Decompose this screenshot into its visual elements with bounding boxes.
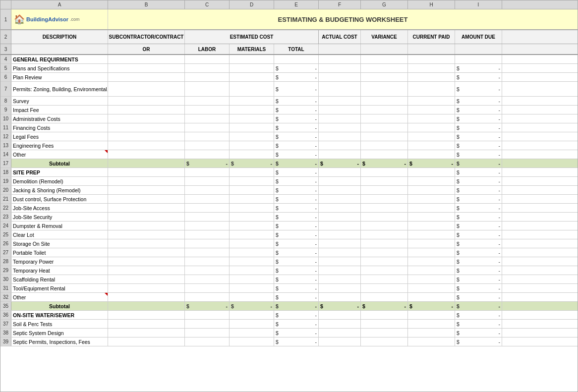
cell-total: $- — [274, 106, 319, 114]
cell-total: $- — [274, 64, 319, 72]
row-num: 14 — [0, 150, 11, 159]
cell-materials — [230, 293, 274, 301]
cell-current-paid — [408, 222, 455, 230]
row-num: 17 — [0, 159, 11, 168]
cell-current-paid — [408, 64, 455, 72]
cell-subcontractor — [108, 168, 185, 176]
cell-description: Engineering Fees — [11, 141, 108, 150]
table-row: 35Subtotal$-$-$-$-$-$-$- — [0, 302, 578, 311]
table-row: 31Tool/Equipment Rental$-$- — [0, 284, 578, 293]
cell-labor — [185, 320, 230, 328]
spreadsheet: A B C D E F G H I 1 🏠 BuildingAdvisor .c… — [0, 0, 578, 392]
header-subcontractor: SUBCONTRACTOR/CONTRACT — [108, 30, 185, 44]
table-row: 6Plan Review$-$- — [0, 73, 578, 82]
cell-subcontractor — [108, 257, 185, 266]
cell-variance — [361, 275, 408, 283]
row-num-2: 2 — [0, 30, 11, 44]
cell-current-paid — [408, 266, 455, 275]
cell-description: Septic System Design — [11, 329, 108, 337]
cell-materials — [230, 132, 274, 141]
table-row: 8Survey$-$- — [0, 97, 578, 106]
col-header-e: E — [274, 0, 319, 9]
row-num-1: 1 — [0, 9, 11, 29]
cell-total: $- — [274, 82, 319, 96]
logo-text: BuildingAdvisor — [26, 16, 68, 22]
table-row: 24Dumpster & Removal$-$- — [0, 222, 578, 230]
cell-description: Job-Site Access — [11, 204, 108, 212]
cell-amount-due: $- — [455, 64, 502, 72]
cell-total: $- — [274, 114, 319, 123]
row-num: 24 — [0, 222, 11, 230]
cell-total: $- — [274, 337, 319, 346]
cell-description: Other — [11, 293, 108, 301]
cell-description: Impact Fee — [11, 106, 108, 114]
cell-actual-cost — [319, 239, 361, 248]
cell-materials — [230, 114, 274, 123]
cell-amount-due: $- — [455, 97, 502, 105]
cell-actual-cost — [319, 168, 361, 176]
cell-total: $- — [274, 168, 319, 176]
cell-variance — [361, 213, 408, 221]
row-num: 21 — [0, 195, 11, 203]
cell-labor — [185, 337, 230, 346]
cell-subcontractor — [108, 329, 185, 337]
row-num: 23 — [0, 213, 11, 221]
cell-variance: $- — [361, 302, 408, 310]
cell-subcontractor — [108, 204, 185, 212]
cell-amount-due: $- — [455, 186, 502, 194]
cell-total: $- — [274, 230, 319, 239]
cell-variance — [361, 337, 408, 346]
cell-current-paid — [408, 177, 455, 185]
cell-variance — [361, 177, 408, 185]
cell-amount-due: $- — [455, 73, 502, 81]
cell-amount-due: $- — [455, 177, 502, 185]
cell-description: Dumpster & Removal — [11, 222, 108, 230]
cell-subcontractor — [108, 302, 185, 310]
cell-amount-due: $- — [455, 337, 502, 346]
table-row: 27Portable Toilet$-$- — [0, 248, 578, 257]
cell-subcontractor — [108, 132, 185, 141]
cell-actual-cost — [319, 222, 361, 230]
cell-variance — [361, 257, 408, 266]
table-row: 25Clear Lot$-$- — [0, 230, 578, 239]
logo-cell: 🏠 BuildingAdvisor .com — [11, 9, 108, 29]
cell-materials — [230, 123, 274, 132]
cell-current-paid: $- — [408, 302, 455, 310]
cell-materials — [230, 195, 274, 203]
cell-variance — [361, 293, 408, 301]
cell-variance — [361, 222, 408, 230]
cell-actual-cost — [319, 337, 361, 346]
cell-variance — [361, 123, 408, 132]
cell-description: Demolition (Remodel) — [11, 177, 108, 185]
cell-variance — [361, 204, 408, 212]
cell-amount-due: $- — [455, 266, 502, 275]
cell-labor — [185, 222, 230, 230]
row-num: 5 — [0, 64, 11, 72]
table-row: 32Other$-$- — [0, 293, 578, 302]
cell-materials — [230, 213, 274, 221]
table-row: 17Subtotal$-$-$-$-$-$-$- — [0, 159, 578, 168]
cell-subcontractor — [108, 186, 185, 194]
cell-subcontractor — [108, 150, 185, 159]
row-num: 22 — [0, 204, 11, 212]
cell-current-paid — [408, 82, 455, 96]
row-num: 8 — [0, 97, 11, 105]
cell-materials — [230, 168, 274, 176]
cell-actual-cost — [319, 248, 361, 257]
cell-actual-cost — [319, 97, 361, 105]
cell-amount-due: $- — [455, 123, 502, 132]
row-num: 30 — [0, 275, 11, 283]
cell-current-paid: $- — [408, 159, 455, 168]
cell-materials — [230, 150, 274, 159]
cell-current-paid — [408, 213, 455, 221]
cell-actual-cost — [319, 186, 361, 194]
cell-3g — [361, 44, 408, 54]
cell-description: SITE PREP — [11, 168, 108, 176]
cell-subcontractor — [108, 97, 185, 105]
row-num: 19 — [0, 177, 11, 185]
cell-actual-cost: $- — [319, 159, 361, 168]
cell-subcontractor — [108, 64, 185, 72]
cell-total: $- — [274, 329, 319, 337]
cell-current-paid — [408, 293, 455, 301]
cell-actual-cost — [319, 64, 361, 72]
